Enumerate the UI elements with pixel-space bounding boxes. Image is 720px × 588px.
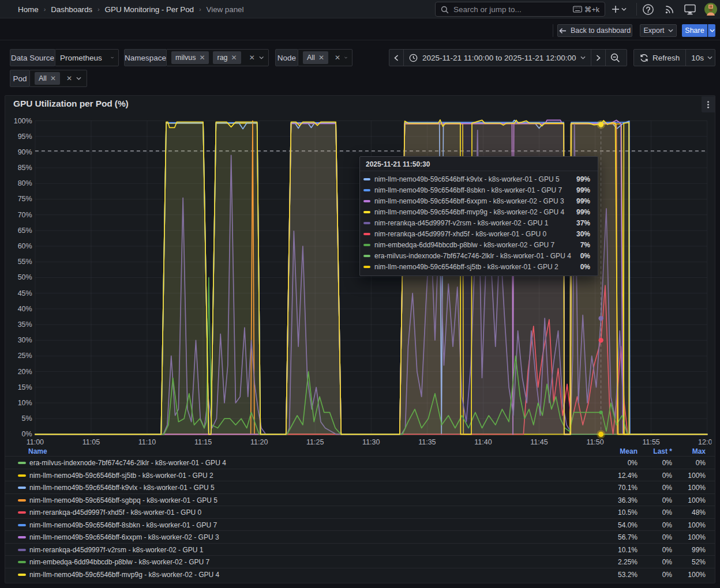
svg-text:12:00: 12:00 [698, 438, 715, 446]
svg-text:60%: 60% [18, 242, 32, 250]
svg-text:11:05: 11:05 [82, 438, 100, 446]
svg-text:11:20: 11:20 [250, 438, 268, 446]
svg-text:100%: 100% [14, 117, 32, 125]
svg-text:95%: 95% [18, 133, 32, 141]
svg-text:11:30: 11:30 [362, 438, 380, 446]
svg-text:11:00: 11:00 [27, 438, 44, 446]
svg-text:50%: 50% [18, 273, 32, 281]
svg-text:10%: 10% [18, 399, 32, 407]
svg-text:35%: 35% [18, 321, 32, 329]
svg-text:25%: 25% [18, 352, 32, 360]
svg-text:85%: 85% [18, 164, 32, 172]
svg-text:11:15: 11:15 [194, 438, 212, 446]
svg-text:15%: 15% [18, 383, 32, 391]
svg-text:80%: 80% [18, 179, 32, 187]
svg-text:11:10: 11:10 [138, 438, 156, 446]
svg-text:75%: 75% [18, 195, 32, 203]
svg-text:11:45: 11:45 [530, 438, 548, 446]
svg-text:11:25: 11:25 [306, 438, 324, 446]
svg-text:45%: 45% [18, 289, 32, 297]
svg-text:70%: 70% [18, 211, 32, 219]
svg-text:20%: 20% [18, 368, 32, 376]
svg-text:11:55: 11:55 [642, 438, 659, 446]
svg-text:5%: 5% [22, 414, 32, 423]
svg-text:65%: 65% [18, 227, 32, 235]
svg-text:0%: 0% [22, 430, 32, 438]
svg-text:40%: 40% [18, 305, 32, 313]
svg-text:11:40: 11:40 [474, 438, 492, 446]
svg-text:55%: 55% [18, 258, 32, 266]
svg-text:30%: 30% [18, 336, 32, 344]
svg-text:90%: 90% [18, 148, 32, 156]
svg-text:11:35: 11:35 [418, 438, 436, 446]
svg-text:11:50: 11:50 [586, 438, 603, 446]
